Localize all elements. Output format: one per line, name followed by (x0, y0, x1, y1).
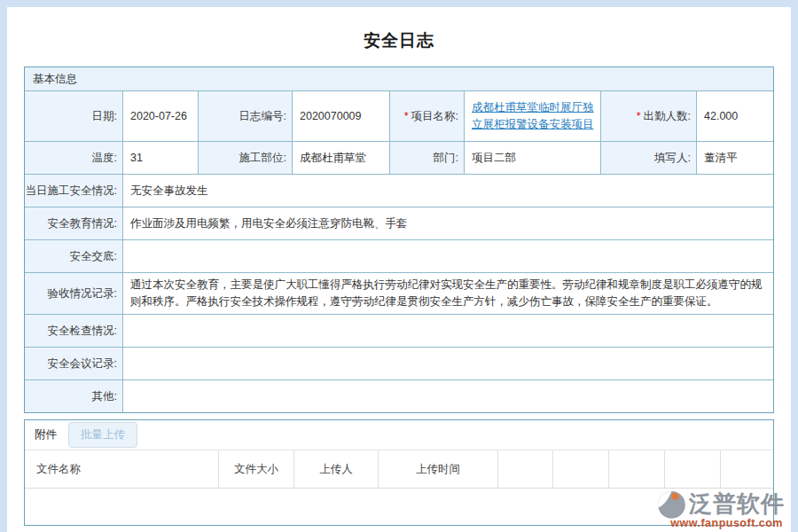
batch-upload-button[interactable]: 批量上传 (68, 422, 137, 448)
table-row: 安全教育情况: 作业面涉及用电频繁，用电安全必须注意穿防电靴、手套 (25, 207, 773, 239)
date-label: 日期: (25, 91, 122, 141)
other-label: 其他: (25, 380, 122, 412)
table-row: 温度: 31 施工部位: 成都杜甫草堂 部门: 项目二部 填写人: 董清平 (25, 141, 773, 174)
safety-education-value: 作业面涉及用电频繁，用电安全必须注意穿防电靴、手套 (122, 207, 773, 239)
vendor-logo: 泛普软件 www.fanpusoft.com (655, 489, 785, 529)
attachments-label: 附件 (35, 427, 57, 442)
other-value (122, 380, 773, 412)
safety-inspection-value (122, 315, 773, 347)
required-asterisk: * (637, 110, 641, 122)
daily-safety-value: 无安全事故发生 (122, 175, 773, 207)
table-row: 当日施工安全情况: 无安全事故发生 (25, 174, 773, 207)
acceptance-record-label: 验收情况记录: (25, 273, 122, 314)
table-row: 安全检查情况: (25, 314, 773, 347)
project-link[interactable]: 成都杜甫草堂临时展厅独立展柜报警设备安装项目 (472, 99, 595, 134)
attendance-value: 42.000 (696, 91, 773, 141)
safety-disclosure-value (122, 240, 773, 272)
col-header-file-size: 文件大小 (218, 450, 293, 488)
col-header-empty (497, 450, 552, 488)
project-label: * 项目名称: (389, 91, 464, 141)
project-label-text: 项目名称: (411, 109, 458, 124)
writer-label: 填写人: (600, 142, 696, 174)
table-row: 安全交底: (25, 239, 773, 272)
attachments-titlebar: 附件 批量上传 (25, 420, 773, 450)
safety-education-label: 安全教育情况: (25, 207, 122, 239)
required-asterisk: * (404, 110, 409, 122)
acceptance-record-value: 通过本次安全教育，主要是使广大职工懂得严格执行劳动纪律对实现安全生产的重要性。劳… (122, 273, 773, 314)
temperature-value: 31 (122, 142, 198, 174)
table-row: 日期: 2020-07-26 日志编号: 2020070009 * 项目名称: … (25, 90, 773, 141)
safety-meeting-label: 安全会议记录: (25, 348, 122, 379)
department-label: 部门: (389, 142, 464, 174)
vendor-url: www.fanpusoft.com (655, 517, 785, 529)
col-header-empty (552, 450, 608, 488)
log-no-label: 日志编号: (198, 91, 292, 141)
project-value-cell: 成都杜甫草堂临时展厅独立展柜报警设备安装项目 (464, 91, 600, 141)
safety-disclosure-label: 安全交底: (25, 240, 122, 272)
temperature-label: 温度: (25, 142, 122, 174)
date-value: 2020-07-26 (122, 91, 198, 141)
content-panel: 安全日志 基本信息 日期: 2020-07-26 日志编号: 202007000… (7, 7, 791, 532)
writer-value: 董清平 (696, 142, 773, 174)
vendor-name: 泛普软件 (689, 489, 785, 520)
col-header-empty (664, 450, 720, 488)
basic-info-section-header: 基本信息 (25, 67, 773, 90)
construction-part-value: 成都杜甫草堂 (292, 142, 389, 174)
fanpu-logo-icon (655, 489, 688, 520)
attendance-label-text: 出勤人数: (644, 109, 691, 124)
log-no-value: 2020070009 (292, 91, 389, 141)
table-row: 验收情况记录: 通过本次安全教育，主要是使广大职工懂得严格执行劳动纪律对实现安全… (25, 272, 773, 314)
col-header-file-name: 文件名称 (25, 450, 218, 488)
attachments-header-row: 文件名称 文件大小 上传人 上传时间 (25, 450, 773, 489)
basic-info-table: 基本信息 日期: 2020-07-26 日志编号: 2020070009 * 项… (24, 66, 774, 413)
col-header-empty (608, 450, 664, 488)
attendance-label: * 出勤人数: (600, 91, 696, 141)
col-header-upload-time: 上传时间 (378, 450, 497, 488)
page-title: 安全日志 (7, 7, 791, 52)
daily-safety-label: 当日施工安全情况: (25, 175, 122, 207)
col-header-uploader: 上传人 (293, 450, 378, 488)
table-row: 安全会议记录: (25, 347, 773, 379)
table-row: 其他: (25, 379, 773, 412)
construction-part-label: 施工部位: (198, 142, 292, 174)
safety-meeting-value (122, 348, 773, 379)
safety-inspection-label: 安全检查情况: (25, 315, 122, 347)
department-value: 项目二部 (464, 142, 600, 174)
col-header-empty (720, 450, 773, 488)
vendor-logo-row: 泛普软件 (655, 489, 785, 520)
